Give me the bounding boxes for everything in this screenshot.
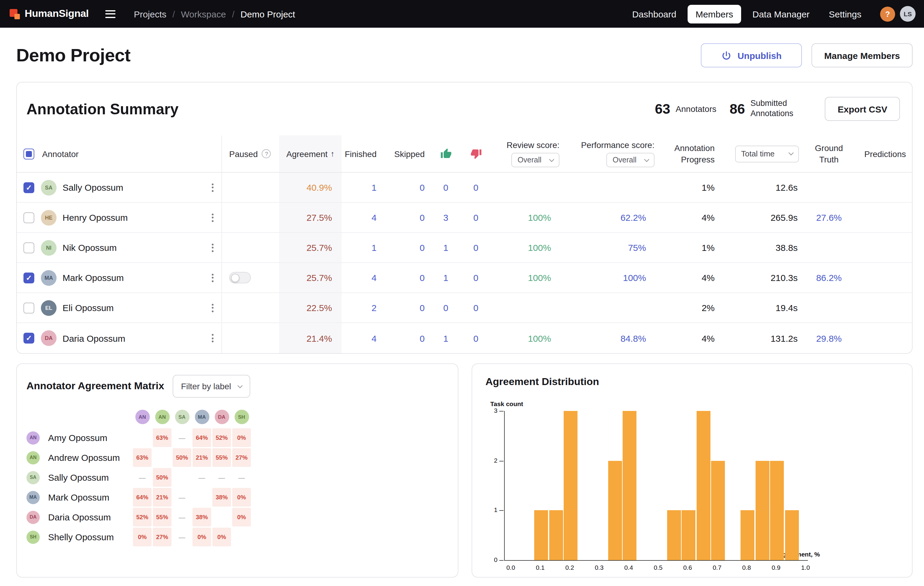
skipped-count[interactable]: 0: [383, 293, 431, 322]
ground-truth-value[interactable]: 86.2%: [805, 263, 853, 292]
filter-by-label-select[interactable]: Filter by label: [173, 375, 251, 398]
nav-item-settings[interactable]: Settings: [821, 5, 869, 23]
paused-toggle[interactable]: [229, 272, 251, 283]
select-all-checkbox[interactable]: [23, 148, 34, 159]
row-menu-button[interactable]: [209, 180, 216, 195]
total-time-select[interactable]: Total time: [735, 145, 799, 162]
topnav-right: DashboardMembersData ManagerSettings ? L…: [624, 5, 916, 23]
review-score-value[interactable]: 100%: [491, 263, 563, 292]
submitted-label: Submitted Annotations: [751, 99, 804, 119]
rejected-count[interactable]: 0: [461, 323, 491, 353]
performance-score-value[interactable]: 100%: [563, 263, 658, 292]
matrix-avatar: AN: [155, 410, 169, 424]
x-tick-label: 0.7: [713, 564, 721, 571]
chart-bar: [608, 461, 622, 560]
matrix-cell-wrap: 21%: [152, 487, 172, 507]
matrix-cell-wrap: —: [192, 467, 212, 487]
skipped-count[interactable]: 0: [383, 203, 431, 232]
matrix-cell: 0%: [232, 508, 251, 527]
row-menu-button[interactable]: [209, 331, 216, 345]
performance-score-value[interactable]: 62.2%: [563, 203, 658, 232]
matrix-cell-wrap: 64%: [192, 428, 212, 447]
submitted-annotations-stat: 86 Submitted Annotations: [730, 99, 804, 119]
rejected-count[interactable]: 0: [461, 263, 491, 292]
accepted-count[interactable]: 1: [431, 323, 461, 353]
skipped-count[interactable]: 0: [383, 233, 431, 262]
nav-item-dashboard[interactable]: Dashboard: [624, 5, 684, 23]
performance-score-select[interactable]: Overall: [607, 153, 655, 167]
nav-item-members[interactable]: Members: [688, 5, 741, 23]
row-menu-button[interactable]: [209, 271, 216, 285]
matrix-cell: 63%: [153, 428, 172, 447]
matrix-cell-wrap: 52%: [212, 428, 232, 447]
performance-score-value[interactable]: 84.8%: [563, 323, 658, 353]
finished-count[interactable]: 4: [342, 263, 383, 292]
row-menu-button[interactable]: [209, 210, 216, 225]
row-menu-button[interactable]: [209, 240, 216, 255]
row-checkbox[interactable]: [23, 182, 34, 193]
skipped-count[interactable]: 0: [383, 173, 431, 202]
review-score-value[interactable]: 100%: [491, 323, 563, 353]
predictions-value: [853, 293, 912, 322]
x-tick-label: 0.0: [506, 564, 515, 571]
row-checkbox[interactable]: [23, 333, 34, 343]
rejected-count[interactable]: 0: [461, 233, 491, 262]
manage-members-button[interactable]: Manage Members: [812, 43, 912, 68]
user-avatar[interactable]: LS: [900, 6, 916, 21]
row-checkbox[interactable]: [23, 302, 34, 313]
page-title: Demo Project: [16, 45, 130, 66]
accepted-count[interactable]: 3: [431, 203, 461, 232]
row-checkbox[interactable]: [23, 242, 34, 253]
row-checkbox[interactable]: [23, 272, 34, 283]
finished-count[interactable]: 4: [342, 203, 383, 232]
rejected-count[interactable]: 0: [461, 173, 491, 202]
row-checkbox-cell: [17, 293, 41, 322]
accepted-count[interactable]: 0: [431, 293, 461, 322]
export-csv-button[interactable]: Export CSV: [825, 97, 900, 121]
annotator-name: Nik Opossum: [63, 243, 117, 253]
performance-score-value[interactable]: 75%: [563, 233, 658, 262]
hamburger-menu-icon[interactable]: [103, 8, 118, 20]
review-score-value[interactable]: 100%: [491, 233, 563, 262]
brand[interactable]: HumanSignal: [10, 8, 89, 20]
matrix-cell-wrap: 0%: [212, 527, 232, 547]
matrix-cell: 64%: [133, 488, 152, 507]
breadcrumb-item[interactable]: Projects: [134, 9, 166, 19]
matrix-cell-wrap: 50%: [172, 447, 192, 467]
help-button[interactable]: ?: [880, 6, 895, 21]
annotator-name: Daria Opossum: [63, 333, 125, 343]
accepted-count[interactable]: 1: [431, 263, 461, 292]
x-tick-label: 1.0: [801, 564, 810, 571]
rejected-count[interactable]: 0: [461, 203, 491, 232]
matrix-cell: —: [173, 488, 191, 507]
row-checkbox[interactable]: [23, 212, 34, 223]
column-header-agreement[interactable]: Agreement ↑: [279, 135, 342, 172]
ground-truth-value: [805, 173, 853, 202]
review-score-value[interactable]: 100%: [491, 203, 563, 232]
accepted-count[interactable]: 1: [431, 233, 461, 262]
finished-count[interactable]: 4: [342, 323, 383, 353]
annotator-cell: DADaria Opossum: [41, 323, 221, 353]
matrix-cell: —: [173, 528, 191, 546]
breadcrumb-item[interactable]: Workspace: [181, 9, 226, 19]
column-header-predictions: Predictions: [853, 135, 912, 172]
annotator-avatar: MA: [41, 270, 56, 286]
finished-count[interactable]: 2: [342, 293, 383, 322]
unpublish-label: Unpublish: [738, 50, 782, 61]
accepted-count[interactable]: 0: [431, 173, 461, 202]
finished-count[interactable]: 1: [342, 233, 383, 262]
ground-truth-value[interactable]: 27.6%: [805, 203, 853, 232]
finished-count[interactable]: 1: [342, 173, 383, 202]
skipped-count[interactable]: 0: [383, 323, 431, 353]
unpublish-button[interactable]: Unpublish: [701, 43, 802, 68]
agreement-distribution-card: Agreement Distribution Task count Agreem…: [472, 363, 912, 578]
paused-help-icon[interactable]: ?: [262, 149, 271, 158]
rejected-count[interactable]: 0: [461, 293, 491, 322]
review-score-select[interactable]: Overall: [512, 153, 559, 167]
nav-item-data-manager[interactable]: Data Manager: [744, 5, 817, 23]
ground-truth-value[interactable]: 29.8%: [805, 323, 853, 353]
row-menu-button[interactable]: [209, 300, 216, 315]
paused-header-label: Paused: [229, 149, 258, 158]
annotator-cell: HEHenry Opossum: [41, 203, 221, 232]
skipped-count[interactable]: 0: [383, 263, 431, 292]
